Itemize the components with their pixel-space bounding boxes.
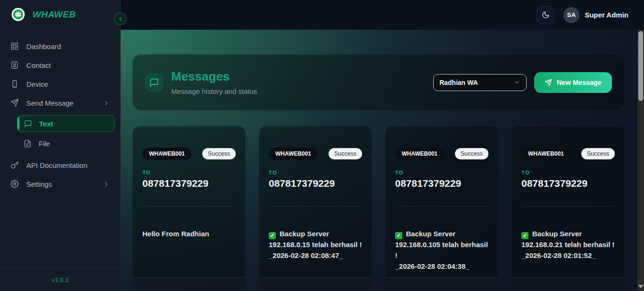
device-badge: WHAWEB001 xyxy=(395,148,444,160)
chevron-right-icon xyxy=(103,181,110,188)
top-bar: SA Super Admin xyxy=(121,0,644,30)
message-card-grid: WHAWEB001 Success TO 087817379229 Hello … xyxy=(132,126,625,291)
divider xyxy=(521,206,615,207)
main-content: Messages Message history and status Radh… xyxy=(121,30,637,291)
recipient-number: 087817379229 xyxy=(521,178,615,189)
vertical-scrollbar[interactable] xyxy=(637,30,644,291)
app-window: SA Super Admin WHAWEB xyxy=(0,0,644,291)
sidebar-item-contact[interactable]: Contact xyxy=(6,56,115,75)
status-badge: Success xyxy=(455,148,488,159)
to-label: TO xyxy=(269,170,362,175)
sidebar-nav: Dashboard Contact Device Send Message xyxy=(0,30,120,193)
card-footer xyxy=(386,277,498,291)
message-card: WHAWEB001 Success TO 087817379229 ✓Backu… xyxy=(512,126,625,291)
divider xyxy=(142,206,236,207)
dark-mode-toggle[interactable] xyxy=(537,6,554,24)
check-icon: ✓ xyxy=(395,232,402,239)
smartphone-icon xyxy=(10,80,19,88)
sidebar-item-device[interactable]: Device xyxy=(6,75,115,93)
sidebar-item-settings[interactable]: Settings xyxy=(6,175,115,193)
message-body: ✓Backup Server 192.168.0.15 telah berhas… xyxy=(269,228,362,261)
to-label: TO xyxy=(521,170,615,175)
device-select[interactable]: Radhian WA xyxy=(433,74,527,91)
messages-header-card: Messages Message history and status Radh… xyxy=(132,54,625,110)
scroll-down-arrow-icon[interactable] xyxy=(638,285,644,288)
status-badge: Success xyxy=(581,148,615,159)
chevron-right-icon xyxy=(103,100,110,107)
sidebar-footer: v1.0.3 xyxy=(0,268,120,291)
app-version: v1.0.3 xyxy=(52,276,68,283)
card-footer xyxy=(259,277,372,291)
sidebar-item-dashboard[interactable]: Dashboard xyxy=(6,37,115,56)
sidebar-collapse-button[interactable] xyxy=(114,13,126,25)
scrollbar-thumb[interactable] xyxy=(638,31,643,101)
chevron-down-icon xyxy=(513,79,520,86)
message-body: Hello From Radhian xyxy=(142,228,236,239)
contact-card-icon xyxy=(10,61,19,69)
avatar[interactable]: SA xyxy=(563,7,579,23)
send-icon xyxy=(545,79,552,86)
card-footer xyxy=(512,277,624,291)
device-badge: WHAWEB001 xyxy=(269,148,318,160)
status-badge: Success xyxy=(202,148,236,159)
key-icon xyxy=(10,161,19,169)
message-body: ✓Backup Server 192.168.0.105 telah berha… xyxy=(395,228,488,272)
sidebar-item-send-message[interactable]: Send Message xyxy=(6,93,115,112)
brand-header: WHAWEB xyxy=(0,0,120,30)
grid-icon xyxy=(10,42,19,50)
sidebar: WHAWEB Dashboard Contact xyxy=(0,0,121,291)
chat-bubble-icon xyxy=(24,120,32,128)
device-badge: WHAWEB001 xyxy=(142,148,191,160)
paper-plane-icon xyxy=(10,99,19,107)
recipient-number: 087817379229 xyxy=(142,178,236,189)
message-card: WHAWEB001 Success TO 087817379229 ✓Backu… xyxy=(259,126,372,291)
recipient-number: 087817379229 xyxy=(269,178,362,189)
to-label: TO xyxy=(142,170,236,175)
messages-chat-bubble-icon xyxy=(145,74,163,91)
user-menu[interactable]: SA Super Admin xyxy=(563,7,628,23)
new-message-button[interactable]: New Message xyxy=(534,72,612,93)
message-card: WHAWEB001 Success TO 087817379229 Hello … xyxy=(132,126,246,291)
file-icon xyxy=(24,140,32,148)
sidebar-subitem-file[interactable]: File xyxy=(17,135,115,152)
recipient-number: 087817379229 xyxy=(395,178,488,189)
card-footer xyxy=(133,277,245,291)
message-body: ✓Backup Server 192.168.0.21 telah berhas… xyxy=(521,228,615,261)
chevron-left-icon xyxy=(117,16,124,22)
moon-icon xyxy=(542,11,550,19)
message-card: WHAWEB001 Success TO 087817379229 ✓Backu… xyxy=(385,126,498,291)
user-name: Super Admin xyxy=(585,11,628,19)
gear-icon xyxy=(10,180,19,188)
check-icon: ✓ xyxy=(269,232,276,239)
status-badge: Success xyxy=(329,148,362,159)
send-message-submenu: Text File xyxy=(6,115,115,152)
sidebar-subitem-text[interactable]: Text xyxy=(17,115,115,132)
check-icon: ✓ xyxy=(521,232,528,239)
page-subtitle: Message history and status xyxy=(171,87,257,95)
sidebar-item-api-documentation[interactable]: API Documentation xyxy=(6,156,115,175)
brand-name: WHAWEB xyxy=(33,9,76,20)
to-label: TO xyxy=(395,170,488,175)
device-badge: WHAWEB001 xyxy=(521,148,570,160)
divider xyxy=(395,206,488,207)
whaweb-logo-icon xyxy=(9,6,27,24)
divider xyxy=(269,206,362,207)
page-title: Messages xyxy=(171,69,257,84)
